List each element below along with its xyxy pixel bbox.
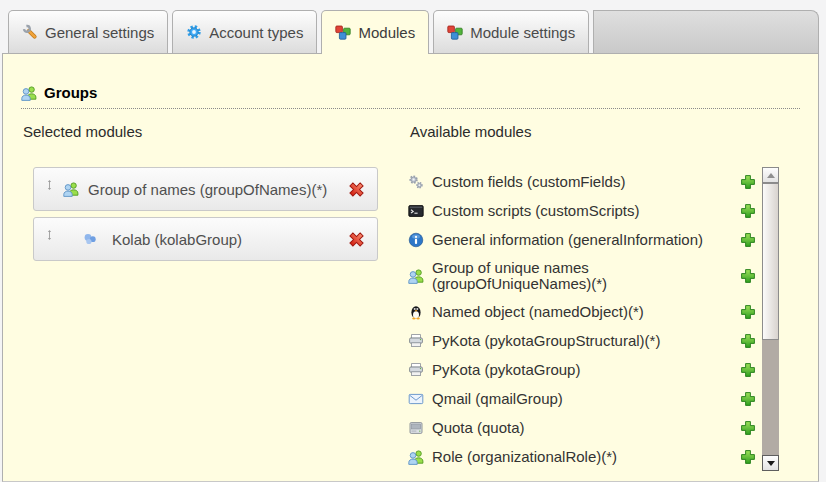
- module-name: Group of unique names (groupOfUniqueName…: [432, 260, 664, 292]
- penguin-icon: [408, 304, 424, 320]
- available-module-row: General information (generalInformation): [408, 225, 756, 254]
- module-name: Custom scripts (customScripts): [432, 203, 640, 219]
- module-name: Kolab (kolabGroup): [112, 231, 242, 248]
- modules-icon: [447, 24, 463, 40]
- selected-modules-label: Selected modules: [23, 123, 408, 140]
- available-modules-label: Available modules: [410, 123, 800, 140]
- scroll-up-button[interactable]: [762, 167, 779, 183]
- arrow-up-icon: [767, 173, 775, 178]
- tab-label: General settings: [45, 24, 154, 41]
- selected-modules-list: Group of names (groupOfNames)(*) Kolab (…: [33, 167, 378, 261]
- add-module-button[interactable]: [740, 449, 756, 465]
- available-modules-column: Available modules Custom fields (customF…: [408, 123, 800, 471]
- module-name: Named object (namedObject)(*): [432, 304, 644, 320]
- add-module-button[interactable]: [740, 232, 756, 248]
- tab-bar: General settings Account types Modules M…: [2, 10, 819, 54]
- remove-module-button[interactable]: [348, 181, 365, 198]
- wrench-icon: [22, 24, 38, 40]
- add-module-button[interactable]: [740, 391, 756, 407]
- scrollbar-track[interactable]: [762, 183, 779, 455]
- tab-account-types[interactable]: Account types: [172, 10, 317, 53]
- group-icon: [63, 181, 79, 197]
- modules-icon: [335, 24, 351, 40]
- available-modules-scrollbar[interactable]: [762, 167, 779, 471]
- tab-label: Account types: [209, 24, 303, 41]
- tab-label: Modules: [358, 24, 415, 41]
- module-name: PyKota (pykotaGroup): [432, 362, 580, 378]
- printer-icon: [408, 362, 424, 378]
- available-module-row: Named object (namedObject)(*): [408, 297, 756, 326]
- add-module-button[interactable]: [740, 304, 756, 320]
- available-module-row: Group of unique names (groupOfUniqueName…: [408, 254, 756, 297]
- drag-handle-icon[interactable]: [44, 228, 55, 242]
- section-title: Groups: [44, 84, 97, 101]
- module-name: Custom fields (customFields): [432, 174, 625, 190]
- mail-icon: [408, 391, 424, 407]
- available-module-row: PyKota (pykotaGroup): [408, 355, 756, 384]
- module-name: PyKota (pykotaGroupStructural)(*): [432, 333, 660, 349]
- scrollbar-thumb[interactable]: [762, 183, 779, 340]
- kolab-icon: [82, 231, 98, 247]
- selected-module-row[interactable]: Group of names (groupOfNames)(*): [33, 167, 378, 211]
- tab-label: Module settings: [470, 24, 575, 41]
- available-module-row: Custom fields (customFields): [408, 167, 756, 196]
- tab-general-settings[interactable]: General settings: [8, 10, 168, 53]
- add-module-button[interactable]: [740, 333, 756, 349]
- add-module-button[interactable]: [740, 174, 756, 190]
- groups-icon: [21, 85, 37, 101]
- available-module-row: PyKota (pykotaGroupStructural)(*): [408, 326, 756, 355]
- modules-tab-content: Groups Selected modules Group of names (…: [2, 54, 819, 482]
- drag-handle-icon[interactable]: [44, 178, 55, 192]
- info-icon: [408, 232, 424, 248]
- tab-bar-filler: [593, 10, 819, 53]
- terminal-icon: [408, 203, 424, 219]
- drive-icon: [408, 420, 424, 436]
- remove-module-button[interactable]: [348, 231, 365, 248]
- module-name: Role (organizationalRole)(*): [432, 449, 617, 465]
- selected-modules-column: Selected modules Group of names (groupOf…: [21, 123, 408, 471]
- group-icon: [408, 268, 424, 284]
- add-module-button[interactable]: [740, 268, 756, 284]
- module-name: Group of names (groupOfNames)(*): [88, 181, 327, 198]
- module-name: Qmail (qmailGroup): [432, 391, 563, 407]
- add-module-button[interactable]: [740, 420, 756, 436]
- section-heading: Groups: [21, 84, 800, 109]
- settings-panel: General settings Account types Modules M…: [2, 10, 819, 482]
- printer-icon: [408, 333, 424, 349]
- available-modules-list: Custom fields (customFields) Custom scri…: [408, 167, 756, 471]
- module-name: Quota (quota): [432, 420, 525, 436]
- tab-module-settings[interactable]: Module settings: [433, 10, 589, 53]
- selected-module-row[interactable]: Kolab (kolabGroup): [33, 217, 378, 261]
- available-module-row: Quota (quota): [408, 413, 756, 442]
- available-module-row: Role (organizationalRole)(*): [408, 442, 756, 471]
- custom-fields-icon: [408, 174, 424, 190]
- arrow-down-icon: [767, 461, 775, 466]
- module-name: General information (generalInformation): [432, 232, 703, 248]
- available-module-row: Qmail (qmailGroup): [408, 384, 756, 413]
- scroll-down-button[interactable]: [762, 455, 779, 471]
- available-module-row: Custom scripts (customScripts): [408, 196, 756, 225]
- account-types-icon: [186, 24, 202, 40]
- add-module-button[interactable]: [740, 203, 756, 219]
- tab-modules[interactable]: Modules: [321, 10, 429, 54]
- group-icon: [408, 449, 424, 465]
- add-module-button[interactable]: [740, 362, 756, 378]
